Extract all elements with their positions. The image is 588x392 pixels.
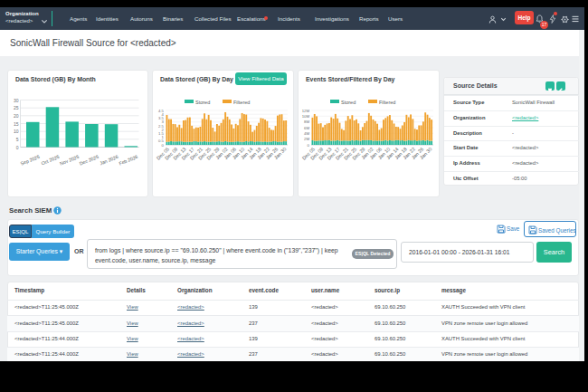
- svg-text:4M: 4M: [304, 131, 309, 136]
- svg-text:Dec 2025: Dec 2025: [79, 154, 100, 167]
- svg-text:Jan 2026: Jan 2026: [99, 154, 119, 167]
- svg-text:20: 20: [14, 113, 19, 119]
- svg-text:0: 0: [308, 143, 310, 148]
- svg-text:Sep 2025: Sep 2025: [20, 154, 41, 167]
- svg-text:Nov 2025: Nov 2025: [59, 154, 80, 167]
- svg-text:Filtered: Filtered: [233, 100, 250, 105]
- svg-text:Oct 2025: Oct 2025: [41, 154, 61, 166]
- svg-text:0: 0: [16, 145, 19, 150]
- svg-text:10M: 10M: [302, 114, 310, 119]
- svg-text:3: 3: [162, 120, 165, 124]
- svg-text:4.5: 4.5: [158, 109, 165, 113]
- svg-text:8M: 8M: [304, 120, 309, 124]
- svg-text:Stored: Stored: [341, 100, 356, 105]
- svg-text:1: 1: [162, 135, 165, 139]
- svg-text:6M: 6M: [304, 126, 309, 130]
- svg-text:25: 25: [14, 105, 19, 110]
- svg-text:Filtered: Filtered: [379, 100, 395, 105]
- svg-text:Feb 2026: Feb 2026: [119, 154, 139, 167]
- svg-text:12M: 12M: [302, 109, 310, 113]
- svg-text:Stored: Stored: [195, 100, 210, 105]
- svg-text:15: 15: [14, 121, 19, 127]
- svg-text:30: 30: [14, 98, 19, 103]
- svg-text:10: 10: [14, 129, 19, 134]
- svg-text:2M: 2M: [304, 137, 309, 141]
- svg-text:5: 5: [16, 137, 19, 142]
